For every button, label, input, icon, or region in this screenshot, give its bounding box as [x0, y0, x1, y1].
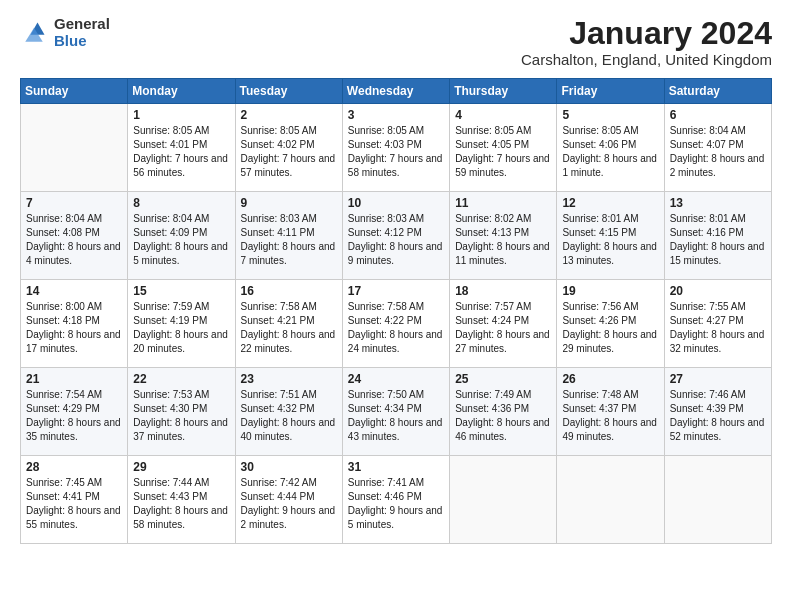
col-friday: Friday — [557, 79, 664, 104]
calendar-location: Carshalton, England, United Kingdom — [521, 51, 772, 68]
day-number-22: 22 — [133, 372, 229, 386]
table-row: 14Sunrise: 8:00 AM Sunset: 4:18 PM Dayli… — [21, 280, 128, 368]
col-tuesday: Tuesday — [235, 79, 342, 104]
day-info-5: Sunrise: 8:05 AM Sunset: 4:06 PM Dayligh… — [562, 124, 658, 180]
table-row: 23Sunrise: 7:51 AM Sunset: 4:32 PM Dayli… — [235, 368, 342, 456]
calendar-table: Sunday Monday Tuesday Wednesday Thursday… — [20, 78, 772, 544]
calendar-header-row: Sunday Monday Tuesday Wednesday Thursday… — [21, 79, 772, 104]
table-row: 6Sunrise: 8:04 AM Sunset: 4:07 PM Daylig… — [664, 104, 771, 192]
day-info-14: Sunrise: 8:00 AM Sunset: 4:18 PM Dayligh… — [26, 300, 122, 356]
day-number-4: 4 — [455, 108, 551, 122]
day-info-18: Sunrise: 7:57 AM Sunset: 4:24 PM Dayligh… — [455, 300, 551, 356]
day-number-20: 20 — [670, 284, 766, 298]
table-row: 29Sunrise: 7:44 AM Sunset: 4:43 PM Dayli… — [128, 456, 235, 544]
day-info-24: Sunrise: 7:50 AM Sunset: 4:34 PM Dayligh… — [348, 388, 444, 444]
table-row — [450, 456, 557, 544]
calendar-week-1: 1Sunrise: 8:05 AM Sunset: 4:01 PM Daylig… — [21, 104, 772, 192]
day-number-19: 19 — [562, 284, 658, 298]
table-row: 24Sunrise: 7:50 AM Sunset: 4:34 PM Dayli… — [342, 368, 449, 456]
col-sunday: Sunday — [21, 79, 128, 104]
title-block: January 2024 Carshalton, England, United… — [521, 16, 772, 68]
calendar-week-4: 21Sunrise: 7:54 AM Sunset: 4:29 PM Dayli… — [21, 368, 772, 456]
logo-blue-text: Blue — [54, 33, 110, 50]
day-info-13: Sunrise: 8:01 AM Sunset: 4:16 PM Dayligh… — [670, 212, 766, 268]
day-info-6: Sunrise: 8:04 AM Sunset: 4:07 PM Dayligh… — [670, 124, 766, 180]
table-row: 25Sunrise: 7:49 AM Sunset: 4:36 PM Dayli… — [450, 368, 557, 456]
day-info-27: Sunrise: 7:46 AM Sunset: 4:39 PM Dayligh… — [670, 388, 766, 444]
day-number-2: 2 — [241, 108, 337, 122]
day-number-7: 7 — [26, 196, 122, 210]
table-row: 19Sunrise: 7:56 AM Sunset: 4:26 PM Dayli… — [557, 280, 664, 368]
day-number-5: 5 — [562, 108, 658, 122]
day-info-4: Sunrise: 8:05 AM Sunset: 4:05 PM Dayligh… — [455, 124, 551, 180]
logo: General Blue — [20, 16, 110, 49]
day-info-8: Sunrise: 8:04 AM Sunset: 4:09 PM Dayligh… — [133, 212, 229, 268]
day-info-22: Sunrise: 7:53 AM Sunset: 4:30 PM Dayligh… — [133, 388, 229, 444]
day-info-1: Sunrise: 8:05 AM Sunset: 4:01 PM Dayligh… — [133, 124, 229, 180]
day-info-7: Sunrise: 8:04 AM Sunset: 4:08 PM Dayligh… — [26, 212, 122, 268]
table-row: 3Sunrise: 8:05 AM Sunset: 4:03 PM Daylig… — [342, 104, 449, 192]
day-number-9: 9 — [241, 196, 337, 210]
day-number-30: 30 — [241, 460, 337, 474]
day-number-8: 8 — [133, 196, 229, 210]
table-row: 1Sunrise: 8:05 AM Sunset: 4:01 PM Daylig… — [128, 104, 235, 192]
day-info-2: Sunrise: 8:05 AM Sunset: 4:02 PM Dayligh… — [241, 124, 337, 180]
page: General Blue January 2024 Carshalton, En… — [0, 0, 792, 612]
day-number-26: 26 — [562, 372, 658, 386]
day-number-15: 15 — [133, 284, 229, 298]
header: General Blue January 2024 Carshalton, En… — [20, 16, 772, 68]
day-number-11: 11 — [455, 196, 551, 210]
day-info-17: Sunrise: 7:58 AM Sunset: 4:22 PM Dayligh… — [348, 300, 444, 356]
table-row: 13Sunrise: 8:01 AM Sunset: 4:16 PM Dayli… — [664, 192, 771, 280]
table-row: 16Sunrise: 7:58 AM Sunset: 4:21 PM Dayli… — [235, 280, 342, 368]
table-row — [21, 104, 128, 192]
day-info-12: Sunrise: 8:01 AM Sunset: 4:15 PM Dayligh… — [562, 212, 658, 268]
day-info-16: Sunrise: 7:58 AM Sunset: 4:21 PM Dayligh… — [241, 300, 337, 356]
day-info-30: Sunrise: 7:42 AM Sunset: 4:44 PM Dayligh… — [241, 476, 337, 532]
calendar-week-3: 14Sunrise: 8:00 AM Sunset: 4:18 PM Dayli… — [21, 280, 772, 368]
col-saturday: Saturday — [664, 79, 771, 104]
day-number-12: 12 — [562, 196, 658, 210]
day-number-24: 24 — [348, 372, 444, 386]
day-info-10: Sunrise: 8:03 AM Sunset: 4:12 PM Dayligh… — [348, 212, 444, 268]
calendar-week-5: 28Sunrise: 7:45 AM Sunset: 4:41 PM Dayli… — [21, 456, 772, 544]
day-info-21: Sunrise: 7:54 AM Sunset: 4:29 PM Dayligh… — [26, 388, 122, 444]
table-row: 4Sunrise: 8:05 AM Sunset: 4:05 PM Daylig… — [450, 104, 557, 192]
table-row: 27Sunrise: 7:46 AM Sunset: 4:39 PM Dayli… — [664, 368, 771, 456]
day-number-17: 17 — [348, 284, 444, 298]
day-info-26: Sunrise: 7:48 AM Sunset: 4:37 PM Dayligh… — [562, 388, 658, 444]
day-number-10: 10 — [348, 196, 444, 210]
day-number-3: 3 — [348, 108, 444, 122]
calendar-week-2: 7Sunrise: 8:04 AM Sunset: 4:08 PM Daylig… — [21, 192, 772, 280]
day-info-9: Sunrise: 8:03 AM Sunset: 4:11 PM Dayligh… — [241, 212, 337, 268]
day-number-25: 25 — [455, 372, 551, 386]
table-row: 7Sunrise: 8:04 AM Sunset: 4:08 PM Daylig… — [21, 192, 128, 280]
day-number-18: 18 — [455, 284, 551, 298]
day-info-20: Sunrise: 7:55 AM Sunset: 4:27 PM Dayligh… — [670, 300, 766, 356]
table-row: 15Sunrise: 7:59 AM Sunset: 4:19 PM Dayli… — [128, 280, 235, 368]
calendar-title: January 2024 — [521, 16, 772, 51]
day-number-13: 13 — [670, 196, 766, 210]
day-number-6: 6 — [670, 108, 766, 122]
col-wednesday: Wednesday — [342, 79, 449, 104]
table-row: 21Sunrise: 7:54 AM Sunset: 4:29 PM Dayli… — [21, 368, 128, 456]
table-row: 28Sunrise: 7:45 AM Sunset: 4:41 PM Dayli… — [21, 456, 128, 544]
col-monday: Monday — [128, 79, 235, 104]
day-number-16: 16 — [241, 284, 337, 298]
day-number-31: 31 — [348, 460, 444, 474]
table-row: 20Sunrise: 7:55 AM Sunset: 4:27 PM Dayli… — [664, 280, 771, 368]
day-number-27: 27 — [670, 372, 766, 386]
table-row — [557, 456, 664, 544]
day-number-1: 1 — [133, 108, 229, 122]
table-row: 2Sunrise: 8:05 AM Sunset: 4:02 PM Daylig… — [235, 104, 342, 192]
table-row: 30Sunrise: 7:42 AM Sunset: 4:44 PM Dayli… — [235, 456, 342, 544]
table-row: 5Sunrise: 8:05 AM Sunset: 4:06 PM Daylig… — [557, 104, 664, 192]
day-info-11: Sunrise: 8:02 AM Sunset: 4:13 PM Dayligh… — [455, 212, 551, 268]
table-row: 18Sunrise: 7:57 AM Sunset: 4:24 PM Dayli… — [450, 280, 557, 368]
table-row: 9Sunrise: 8:03 AM Sunset: 4:11 PM Daylig… — [235, 192, 342, 280]
logo-general-text: General — [54, 16, 110, 33]
day-number-28: 28 — [26, 460, 122, 474]
day-info-29: Sunrise: 7:44 AM Sunset: 4:43 PM Dayligh… — [133, 476, 229, 532]
day-info-31: Sunrise: 7:41 AM Sunset: 4:46 PM Dayligh… — [348, 476, 444, 532]
table-row: 8Sunrise: 8:04 AM Sunset: 4:09 PM Daylig… — [128, 192, 235, 280]
